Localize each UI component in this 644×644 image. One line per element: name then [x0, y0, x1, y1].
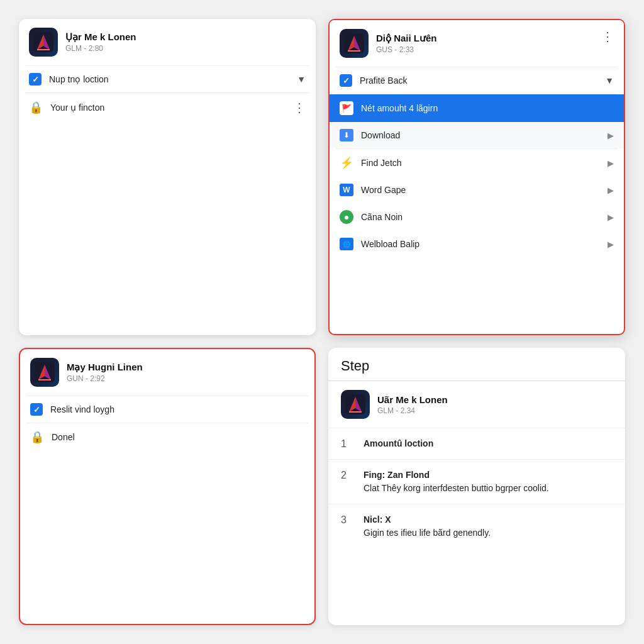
chevron-word: ▶ — [608, 186, 614, 195]
lock-icon-bottom-left: 🔒 — [30, 430, 44, 444]
lock-icon-top-left: 🔒 — [29, 101, 43, 114]
top-right-app-icon — [340, 29, 369, 58]
step-app-info: Uãr Me k Lonen GLM - 2.34 — [377, 394, 448, 415]
top-right-dropdown: Diộ Naii Lưên GUS - 2:33 ⋮ Prafitë Back … — [328, 19, 625, 335]
dropdown-arrow-top-right[interactable]: ▼ — [605, 75, 614, 86]
bottom-left-app-icon — [30, 358, 59, 387]
download-icon: ⬇ — [340, 129, 353, 142]
checkbox-label-bottom-left: Reslit vind loygh — [50, 404, 304, 414]
step-app-header: Uãr Me k Lonen GLM - 2.34 — [328, 381, 625, 428]
checkbox-row-top-right[interactable]: Prafitë Back ▼ — [330, 67, 624, 94]
top-right-app-name: Diộ Naii Lưên — [376, 33, 594, 44]
menu-item-find-jetch[interactable]: ⚡ Find Jetch ▶ — [330, 149, 624, 177]
menu-item-cana-noin[interactable]: ● Cãna Noin ▶ — [330, 203, 624, 231]
checkbox-top-left[interactable] — [29, 73, 42, 86]
step-title-2: Fing: Zan Flond — [364, 469, 549, 482]
top-left-app-sub: GLM - 2:80 — [65, 44, 136, 53]
dropdown-arrow-top-left[interactable]: ▼ — [297, 74, 306, 84]
bottom-left-card: Mạy Hugni Linen GUN - 2:92 Reslit vind l… — [19, 348, 316, 625]
chevron-web: ▶ — [608, 240, 614, 249]
step-item-2: 2 Fing: Zan Flond Clat Thêy korg interfd… — [328, 459, 625, 504]
step-app-icon — [341, 390, 370, 419]
step-title: Step — [328, 348, 625, 380]
top-right-app-info: Diộ Naii Lưên GUS - 2:33 — [376, 33, 594, 54]
step-number-3: 3 — [341, 514, 353, 526]
chevron-download: ▶ — [608, 131, 614, 140]
lock-row-bottom-left[interactable]: 🔒 Donel — [20, 423, 314, 451]
checkbox-row-top-left[interactable]: Nup tnọ loction ▼ — [19, 66, 316, 92]
more-dots-top-right[interactable]: ⋮ — [601, 29, 614, 44]
highlight-icon: 🚩 — [340, 101, 353, 115]
word-icon: W — [340, 184, 353, 196]
cana-noin-label: Cãna Noin — [361, 212, 600, 222]
step-item-1: 1 Amountû loction — [328, 428, 625, 459]
highlight-label: Nét amouht 4 lãgirn — [361, 103, 614, 113]
top-right-header: Diộ Naii Lưên GUS - 2:33 ⋮ — [330, 20, 624, 67]
top-left-card: Ụạr Me k Lonen GLM - 2:80 Nup tnọ loctio… — [19, 19, 316, 335]
lock-label-top-left: Your ụ fincton — [50, 103, 286, 113]
step-app-name: Uãr Me k Lonen — [377, 394, 448, 405]
circle-green-icon: ● — [340, 210, 353, 224]
menu-item-welbload[interactable]: 🌐 Welbload Balip ▶ — [330, 231, 624, 257]
top-left-app-icon — [29, 28, 58, 57]
find-jetch-label: Find Jetch — [361, 158, 600, 168]
step-number-2: 2 — [341, 470, 353, 481]
checkbox-row-bottom-left[interactable]: Reslit vind loygh — [20, 396, 314, 423]
lock-label-bottom-left: Donel — [52, 432, 304, 442]
chevron-find: ▶ — [608, 158, 614, 168]
step-app-sub: GLM - 2.34 — [377, 406, 448, 415]
top-left-app-name: Ụạr Me k Lonen — [65, 31, 136, 43]
menu-item-word-gape[interactable]: W Word Gape ▶ — [330, 177, 624, 203]
step-text-3: Nicl: X Gigin tes ifieu life bãrd genend… — [364, 513, 491, 540]
word-gape-label: Word Gape — [361, 185, 600, 195]
bottom-left-header: Mạy Hugni Linen GUN - 2:92 — [20, 349, 314, 396]
step-detail-2: Clat Thêy korg interfdesten buttio bgrpe… — [364, 482, 549, 495]
web-icon: 🌐 — [340, 238, 353, 250]
checkbox-label-top-right: Prafitë Back — [360, 75, 597, 86]
step-section: Step Uãr Me k Lonen GLM - 2.34 1 Amountû… — [328, 348, 625, 625]
bottom-left-app-info: Mạy Hugni Linen GUN - 2:92 — [67, 362, 143, 383]
step-detail-3: Gigin tes ifieu life bãrd genendly. — [364, 526, 491, 540]
chevron-cana: ▶ — [608, 213, 614, 222]
checkbox-bottom-left[interactable] — [30, 403, 43, 416]
step-title-1: Amountû loction — [364, 438, 433, 448]
step-item-3: 3 Nicl: X Gigin tes ifieu life bãrd gene… — [328, 504, 625, 548]
top-left-app-info: Ụạr Me k Lonen GLM - 2:80 — [65, 31, 136, 53]
checkbox-label-top-left: Nup tnọ loction — [49, 74, 289, 84]
checkbox-top-right[interactable] — [340, 74, 352, 87]
bottom-left-app-sub: GUN - 2:92 — [67, 374, 143, 383]
step-title-3: Nicl: X — [364, 513, 491, 526]
top-right-app-sub: GUS - 2:33 — [376, 45, 594, 54]
more-dots-top-left[interactable]: ⋮ — [293, 100, 306, 115]
top-left-header: Ụạr Me k Lonen GLM - 2:80 — [19, 19, 316, 65]
welbload-label: Welbload Balip — [361, 239, 600, 249]
step-number-1: 1 — [341, 438, 353, 450]
bottom-left-app-name: Mạy Hugni Linen — [67, 362, 143, 373]
menu-item-highlighted[interactable]: 🚩 Nét amouht 4 lãgirn — [330, 94, 624, 122]
step-text-2: Fing: Zan Flond Clat Thêy korg interfdes… — [364, 469, 549, 495]
download-label: Download — [361, 130, 600, 140]
lightning-icon: ⚡ — [340, 156, 353, 170]
step-text-1: Amountû loction — [364, 437, 433, 450]
lock-row-top-left[interactable]: 🔒 Your ụ fincton ⋮ — [19, 93, 316, 122]
menu-item-download[interactable]: ⬇ Download ▶ — [330, 122, 624, 148]
